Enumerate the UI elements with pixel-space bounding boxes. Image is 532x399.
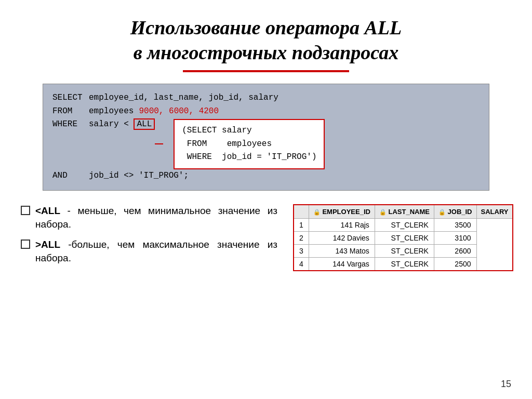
cell-employee-id: 144 Vargas [309,257,375,271]
subquery-line-2: FROM employees [182,138,316,151]
result-table: 🔒 EMPLOYEE_ID 🔒 LAST_NAME 🔒 JOB_ID SALAR… [293,204,513,271]
bullet-item-1: <ALL - меньше, чем минимальное значение … [21,204,277,232]
sql-block: SELECT employee_id, last_name, job_id, s… [43,84,489,191]
subquery-box: (SELECT salary FROM employees WHERE job_… [174,119,325,169]
cell-last-name: ST_CLERK [375,257,434,271]
cell-last-name: ST_CLERK [375,244,434,257]
table-row: 3143 MatosST_CLERK2600 [294,244,513,257]
subquery-line-1: (SELECT salary [182,124,316,138]
subquery-from: FROM employees [182,138,272,151]
sql-keyword-from: FROM [52,105,89,118]
result-tbody: 1141 RajsST_CLERK35002142 DaviesST_CLERK… [294,218,513,271]
bullet-text-2: >ALL -больше, чем максимальное значение … [35,238,277,265]
content-area: SELECT employee_id, last_name, job_id, s… [21,84,511,272]
bullet-text-1: <ALL - меньше, чем минимальное значение … [35,204,277,232]
subquery-line-3: WHERE job_id = 'IT_PROG') [182,151,316,164]
subquery-select: (SELECT salary [182,124,251,138]
sql-line-3: WHERE salary < ALL [52,118,155,131]
checkbox-2 [21,240,30,249]
th-salary: SALARY [476,205,513,219]
sql-where-cond: salary < ALL [89,118,155,131]
bullets: <ALL - меньше, чем минимальное значение … [21,204,277,272]
sql-line-1: SELECT employee_id, last_name, job_id, s… [52,91,480,105]
page-number: 15 [501,379,511,390]
slide: Использование оператора ALL в многостроч… [0,0,532,399]
th-row-num [294,205,309,219]
table-row: 4144 VargasST_CLERK2500 [294,257,513,271]
sql-left-part: WHERE salary < ALL [52,118,155,131]
all-keyword: ALL [134,118,155,130]
sql-keyword-and: AND [52,169,89,183]
bullet-item-2: >ALL -больше, чем максимальное значение … [21,238,277,265]
sql-keyword-where: WHERE [52,118,89,131]
th-last-name: 🔒 LAST_NAME [375,205,434,219]
result-table-wrap: 🔒 EMPLOYEE_ID 🔒 LAST_NAME 🔒 JOB_ID SALAR… [293,204,511,271]
title-underline [21,70,511,72]
cell-row-num: 1 [294,218,309,231]
bottom-area: <ALL - меньше, чем минимальное значение … [21,204,511,272]
sql-line-2: FROM employees 9000, 6000, 4200 [52,105,480,118]
sql-and-cond: job_id <> 'IT_PROG'; [89,169,189,183]
sql-from-table: employees [89,105,134,118]
checkbox-1 [21,206,30,215]
th-job-id: 🔒 JOB_ID [434,205,476,219]
subquery-where: WHERE job_id = 'IT_PROG') [182,151,316,164]
table-header-row: 🔒 EMPLOYEE_ID 🔒 LAST_NAME 🔒 JOB_ID SALAR… [294,205,513,219]
table-row: 2142 DaviesST_CLERK3100 [294,231,513,244]
table-row: 1141 RajsST_CLERK3500 [294,218,513,231]
cell-employee-id: 142 Davies [309,231,375,244]
sql-keyword-select: SELECT [52,91,89,105]
cell-employee-id: 141 Rajs [309,218,375,231]
cell-last-name: ST_CLERK [375,218,434,231]
cell-employee-id: 143 Matos [309,244,375,257]
cell-row-num: 4 [294,257,309,271]
cell-last-name: ST_CLERK [375,231,434,244]
cell-job-id: 3100 [434,231,476,244]
cell-job-id: 2600 [434,244,476,257]
th-employee-id: 🔒 EMPLOYEE_ID [309,205,375,219]
sql-comment: 9000, 6000, 4200 [139,105,219,118]
cell-job-id: 3500 [434,218,476,231]
cell-job-id: 2500 [434,257,476,271]
cell-row-num: 2 [294,231,309,244]
sql-select-cols: employee_id, last_name, job_id, salary [89,91,278,105]
arrow-line [155,143,163,144]
sql-where-block: WHERE salary < ALL (SELECT salary FROM e… [52,118,480,169]
underline-bar [183,70,349,72]
arrow-area: (SELECT salary FROM employees WHERE job_… [155,118,325,169]
sql-line-4: AND job_id <> 'IT_PROG'; [52,169,480,183]
cell-row-num: 3 [294,244,309,257]
slide-title: Использование оператора ALL в многостроч… [21,16,511,65]
